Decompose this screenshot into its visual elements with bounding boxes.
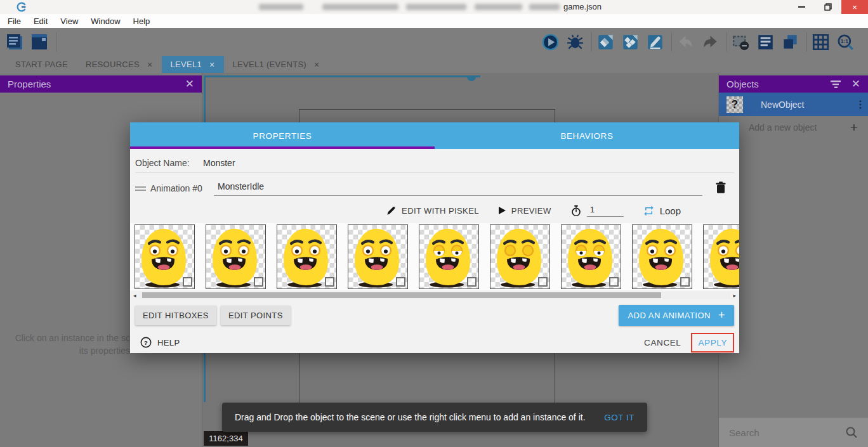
preview-play-icon[interactable] bbox=[542, 34, 559, 51]
grid-icon[interactable] bbox=[812, 34, 829, 51]
dialog-footer: ? HELP CANCEL APPLY bbox=[140, 332, 734, 353]
redacted-title-text bbox=[259, 4, 303, 10]
animation-name-input[interactable]: MonsterIdle bbox=[214, 181, 702, 196]
time-value-input[interactable]: 1 bbox=[587, 205, 624, 217]
menu-view[interactable]: View bbox=[54, 16, 84, 26]
animation-frame-4[interactable] bbox=[419, 224, 479, 289]
edit-scene-icon[interactable] bbox=[597, 34, 614, 51]
toolbar-separator bbox=[591, 32, 592, 51]
scene-window-border-top bbox=[204, 75, 480, 77]
animation-frame-3[interactable] bbox=[348, 224, 408, 289]
edit-hitboxes-button[interactable]: EDIT HITBOXES bbox=[135, 306, 216, 325]
properties-panel-title: Properties bbox=[8, 79, 51, 89]
edit-events-icon[interactable] bbox=[647, 34, 664, 51]
edit-points-button[interactable]: EDIT POINTS bbox=[221, 306, 291, 325]
close-icon[interactable]: ✕ bbox=[852, 77, 860, 91]
add-animation-button[interactable]: ADD AN ANIMATION + bbox=[619, 305, 734, 326]
snackbar: Drag and Drop the object to the scene or… bbox=[222, 403, 647, 432]
object-name-input[interactable]: Monster bbox=[203, 158, 235, 168]
toolbar-separator bbox=[727, 32, 727, 51]
snackbar-message: Drag and Drop the object to the scene or… bbox=[235, 412, 586, 422]
delete-instance-icon[interactable] bbox=[732, 34, 749, 51]
tab-resources[interactable]: RESOURCES× bbox=[77, 56, 162, 73]
frame-checkbox[interactable] bbox=[325, 277, 334, 287]
tab-close-icon[interactable]: × bbox=[147, 60, 152, 70]
preview-button[interactable]: PREVIEW bbox=[498, 206, 551, 216]
time-between-frames-field[interactable]: 1 bbox=[570, 205, 624, 217]
scene-window-border-handle[interactable] bbox=[467, 75, 476, 81]
redacted-title-text bbox=[475, 4, 522, 10]
redo-icon[interactable] bbox=[702, 34, 719, 51]
tab-start-page[interactable]: START PAGE bbox=[6, 56, 77, 73]
animation-frame-1[interactable] bbox=[206, 224, 266, 289]
cancel-button[interactable]: CANCEL bbox=[638, 333, 687, 353]
object-name-row: Object Name: Monster bbox=[135, 156, 734, 173]
search-icon bbox=[845, 426, 858, 439]
external-layout-icon[interactable] bbox=[622, 34, 639, 51]
animation-frames bbox=[130, 223, 739, 290]
edit-with-piskel-button[interactable]: EDIT WITH PISKEL bbox=[386, 205, 479, 216]
apply-button[interactable]: APPLY bbox=[692, 334, 733, 351]
frame-checkbox[interactable] bbox=[254, 277, 263, 287]
animation-frame-6[interactable] bbox=[561, 224, 621, 289]
tab-behaviors[interactable]: BEHAVIORS bbox=[435, 122, 739, 149]
tab-level1[interactable]: LEVEL1× bbox=[162, 56, 224, 73]
help-button[interactable]: ? HELP bbox=[140, 337, 180, 348]
objects-panel-title: Objects bbox=[727, 79, 759, 89]
start-page-icon[interactable] bbox=[31, 34, 48, 51]
dialog-tab-bar: PROPERTIES BEHAVIORS bbox=[130, 122, 739, 149]
restore-button[interactable] bbox=[815, 0, 841, 14]
frame-checkbox[interactable] bbox=[538, 277, 548, 287]
menu-help[interactable]: Help bbox=[127, 16, 157, 26]
menu-edit[interactable]: Edit bbox=[27, 16, 54, 26]
tab-level1-events-[interactable]: LEVEL1 (EVENTS)× bbox=[224, 56, 329, 73]
frame-checkbox[interactable] bbox=[183, 277, 192, 287]
debug-icon[interactable] bbox=[567, 34, 584, 51]
tab-close-icon[interactable]: × bbox=[209, 60, 214, 70]
redacted-title-text bbox=[406, 4, 466, 10]
add-object-row[interactable]: Add a new object + bbox=[719, 116, 868, 139]
object-menu-icon[interactable]: ⋮ bbox=[855, 101, 860, 107]
tab-label: LEVEL1 (EVENTS) bbox=[233, 60, 307, 69]
main-toolbar: 1:1 bbox=[0, 28, 868, 56]
project-manager-icon[interactable] bbox=[6, 34, 23, 51]
trash-icon bbox=[716, 181, 726, 194]
minimize-button[interactable] bbox=[788, 0, 815, 14]
instance-properties-icon[interactable] bbox=[757, 34, 774, 51]
cursor-coordinates: 1162;334 bbox=[204, 431, 248, 446]
apply-highlight-box: APPLY bbox=[691, 333, 734, 353]
animation-frame-0[interactable] bbox=[135, 224, 195, 289]
delete-animation-button[interactable] bbox=[713, 181, 729, 196]
objects-search-field[interactable]: Search bbox=[719, 418, 868, 447]
object-list-item[interactable]: ? NewObject ⋮ bbox=[719, 93, 868, 116]
close-icon[interactable]: ✕ bbox=[185, 77, 194, 91]
menu-window[interactable]: Window bbox=[84, 16, 126, 26]
animation-frame-8[interactable] bbox=[703, 224, 739, 289]
hitbox-buttons-row: EDIT HITBOXES EDIT POINTS ADD AN ANIMATI… bbox=[135, 306, 734, 325]
scrollbar-thumb[interactable] bbox=[142, 292, 661, 298]
filter-icon[interactable] bbox=[831, 80, 841, 89]
frame-checkbox[interactable] bbox=[680, 277, 690, 287]
undo-icon[interactable] bbox=[677, 34, 694, 51]
animation-frame-2[interactable] bbox=[277, 224, 337, 289]
toolbar-separator bbox=[56, 32, 56, 51]
frame-checkbox[interactable] bbox=[467, 277, 477, 287]
redacted-title-text bbox=[529, 4, 560, 10]
window-title: game.json bbox=[563, 2, 602, 11]
scroll-left-icon[interactable]: ◂ bbox=[133, 292, 136, 299]
frame-checkbox[interactable] bbox=[609, 277, 619, 287]
close-button[interactable]: × bbox=[841, 0, 868, 14]
animation-frame-5[interactable] bbox=[490, 224, 550, 289]
scroll-right-icon[interactable]: ▸ bbox=[733, 292, 736, 299]
frames-scrollbar[interactable]: ◂ ▸ bbox=[139, 292, 730, 299]
layers-icon[interactable] bbox=[782, 34, 799, 51]
loop-toggle[interactable]: Loop bbox=[643, 205, 681, 217]
menu-file[interactable]: File bbox=[1, 16, 27, 26]
tab-properties[interactable]: PROPERTIES bbox=[130, 122, 435, 149]
zoom-original-icon[interactable]: 1:1 bbox=[837, 34, 854, 51]
frame-checkbox[interactable] bbox=[396, 277, 405, 287]
animation-frame-7[interactable] bbox=[632, 224, 692, 289]
drag-handle-icon[interactable] bbox=[135, 185, 146, 193]
tab-close-icon[interactable]: × bbox=[314, 60, 319, 70]
got-it-button[interactable]: GOT IT bbox=[604, 413, 635, 422]
